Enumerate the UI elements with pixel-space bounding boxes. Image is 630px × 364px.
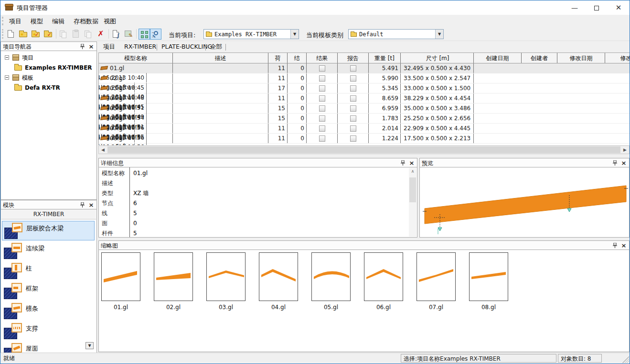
archive-button[interactable]: ✎ xyxy=(123,29,134,40)
module-frame[interactable]: 框架 xyxy=(2,281,95,301)
new-project-button[interactable]: ★ xyxy=(18,29,29,40)
menu-model[interactable]: 模型 xyxy=(27,17,47,26)
copy-button[interactable] xyxy=(58,29,69,40)
col-header-desc[interactable]: 描述 xyxy=(173,53,268,63)
delete-button[interactable]: ✗ xyxy=(95,29,107,40)
thumbnail-item[interactable]: 06.gl xyxy=(364,252,403,312)
combo-arrow-icon[interactable]: ▼ xyxy=(290,30,299,39)
menubar-grip[interactable] xyxy=(2,17,3,25)
thumbnails-close-button[interactable]: × xyxy=(620,242,628,249)
report-checkbox[interactable] xyxy=(350,115,356,122)
view-thumbnails-toggle[interactable] xyxy=(139,29,150,40)
col-header-results[interactable]: 结果 xyxy=(307,53,338,63)
maximize-button[interactable] xyxy=(586,0,608,15)
table-row[interactable]: 03.gl1705.34533.000 x 0.500 x 1.50014.06… xyxy=(99,83,630,94)
col-header-report[interactable]: 报告 xyxy=(338,53,369,63)
results-checkbox[interactable] xyxy=(319,105,325,112)
module-purlin[interactable]: 檩条 xyxy=(2,302,95,321)
navigator-pin-button[interactable] xyxy=(78,43,86,50)
tree-node-projects[interactable]: 项目 xyxy=(1,53,33,62)
details-scrollbar[interactable]: ∧ xyxy=(409,168,416,237)
col-header-struct[interactable]: 结 xyxy=(288,53,307,63)
thumbnail-item[interactable]: 04.gl xyxy=(259,252,298,312)
menu-archive-data[interactable]: 存档数据 xyxy=(70,17,102,26)
report-checkbox[interactable] xyxy=(350,95,356,102)
scrollbar-thumb[interactable] xyxy=(107,146,620,153)
table-row[interactable]: 05.gl1506.95935.000 x 0.500 x 3.48614.06… xyxy=(99,104,630,114)
table-row[interactable]: 01.gl1105.49132.495 x 0.500 x 4.43014.06… xyxy=(99,63,630,73)
modules-close-button[interactable]: × xyxy=(87,201,95,208)
module-brace[interactable]: 支撑 xyxy=(2,322,95,341)
new-model-button[interactable] xyxy=(5,29,17,40)
resize-grip[interactable] xyxy=(622,356,629,363)
minimize-button[interactable]: — xyxy=(564,0,586,15)
thumbnail-item[interactable]: 01.gl xyxy=(101,252,140,312)
collapse-icon[interactable] xyxy=(5,55,9,60)
open-project-button[interactable]: ★✓ xyxy=(30,29,42,40)
navigator-close-button[interactable]: × xyxy=(87,43,95,50)
thumbnail-item[interactable]: 07.gl xyxy=(416,252,456,312)
report-checkbox[interactable] xyxy=(350,135,356,142)
col-header-name[interactable]: ˆ模型名称 xyxy=(99,53,173,63)
col-header-creator[interactable]: 创建者 xyxy=(522,53,557,63)
report-checkbox[interactable] xyxy=(350,125,356,132)
results-checkbox[interactable] xyxy=(319,65,325,72)
menu-edit[interactable]: 编辑 xyxy=(48,17,68,26)
col-header-modifier[interactable]: 修改者 xyxy=(605,53,630,63)
preview-panel[interactable] xyxy=(419,167,630,238)
scroll-left-icon[interactable]: ◀ xyxy=(99,146,107,154)
col-header-loads[interactable]: 荷 xyxy=(268,53,288,63)
menu-view[interactable]: 视图 xyxy=(100,17,120,26)
results-checkbox[interactable] xyxy=(319,135,325,142)
table-row[interactable]: 06.gl1501.78325.250 x 0.500 x 2.65614.06… xyxy=(99,114,630,124)
thumbnails-pin-button[interactable] xyxy=(611,242,619,249)
manage-project-button[interactable]: ✓ xyxy=(43,29,54,40)
results-checkbox[interactable] xyxy=(319,95,325,102)
results-checkbox[interactable] xyxy=(319,85,325,92)
paste-button[interactable] xyxy=(70,29,82,40)
tab-project[interactable]: 项目 xyxy=(100,42,118,52)
col-header-size[interactable]: 尺寸 [m] xyxy=(401,53,474,63)
col-header-weight[interactable]: 重量 [t] xyxy=(369,53,401,63)
details-scrollbar-thumb[interactable] xyxy=(409,177,416,202)
tree-node-templates[interactable]: 模板 xyxy=(1,73,33,83)
thumbnail-item[interactable]: 03.gl xyxy=(206,252,246,312)
results-checkbox[interactable] xyxy=(319,115,325,122)
report-checkbox[interactable] xyxy=(350,65,356,72)
tab-all[interactable]: 全部 xyxy=(207,42,225,52)
table-row[interactable]: 04.gl1108.65938.229 x 0.500 x 4.45414.06… xyxy=(99,94,630,104)
table-row[interactable]: 08.gl1101.22417.500 x 0.500 x 2.21314.06… xyxy=(99,134,630,144)
report-checkbox[interactable] xyxy=(350,105,356,112)
report-checkbox[interactable] xyxy=(350,75,356,82)
modules-group-header[interactable]: RX-TIMBER xyxy=(1,209,96,219)
scroll-up-icon[interactable]: ∧ xyxy=(409,169,416,176)
duplicate-button[interactable] xyxy=(83,29,94,40)
menu-project[interactable]: 项目 xyxy=(5,17,25,26)
preview-pin-button[interactable] xyxy=(611,159,619,166)
tree-node-template-item[interactable]: Defa RX-TR xyxy=(1,83,60,93)
close-button[interactable]: ✕ xyxy=(608,0,630,15)
toolbar-grip[interactable] xyxy=(2,29,3,39)
template-category-combo[interactable]: Default ▼ xyxy=(348,29,444,39)
table-row[interactable]: 07.gl1102.01422.909 x 0.500 x 4.44514.06… xyxy=(99,124,630,134)
collapse-icon-2[interactable] xyxy=(5,75,9,80)
thumbnail-item[interactable]: 02.gl xyxy=(154,252,193,312)
report-checkbox[interactable] xyxy=(350,85,356,92)
tree-node-project-item[interactable]: Examples RX-TIMBER xyxy=(1,63,92,73)
view-preview-toggle[interactable] xyxy=(150,29,161,40)
tab-plate-buckling[interactable]: PLATE-BUCKLING xyxy=(159,42,215,52)
details-pin-button[interactable] xyxy=(399,159,406,166)
tab-rx-timber[interactable]: RX-TIMBER xyxy=(121,42,159,52)
details-close-button[interactable]: × xyxy=(408,159,416,166)
modules-scroll-down-button[interactable]: ▼ xyxy=(85,342,94,349)
table-row[interactable]: 02.gl1105.99033.500 x 0.500 x 2.54714.06… xyxy=(99,73,630,83)
module-continuous-beam[interactable]: 连续梁 xyxy=(2,241,95,261)
current-project-combo[interactable]: Examples RX-TIMBER ▼ xyxy=(203,29,299,39)
results-checkbox[interactable] xyxy=(319,125,325,132)
module-column[interactable]: 柱 xyxy=(2,261,95,281)
combo-arrow-icon-2[interactable]: ▼ xyxy=(435,30,443,39)
module-glulam-beam[interactable]: 层板胶合木梁 xyxy=(2,221,95,240)
col-header-created[interactable]: 创建日期 xyxy=(474,53,522,63)
modules-pin-button[interactable] xyxy=(78,201,86,208)
col-header-modified[interactable]: 修改日期 xyxy=(557,53,605,63)
